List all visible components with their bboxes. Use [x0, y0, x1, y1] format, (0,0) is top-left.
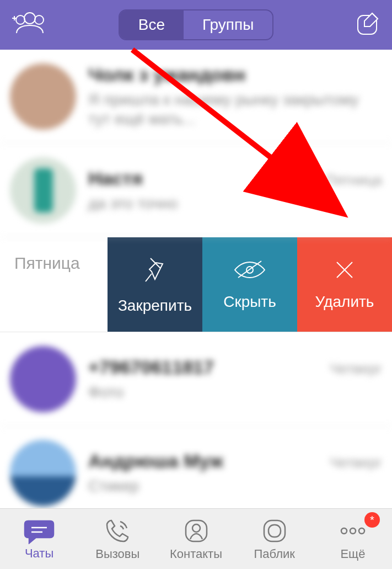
tab-calls[interactable]: Вызовы	[78, 509, 157, 569]
chat-preview: Стикер	[88, 476, 382, 496]
tab-chats[interactable]: Чаты	[0, 509, 78, 569]
tab-public[interactable]: Паблик	[235, 509, 314, 569]
avatar	[10, 157, 76, 224]
add-group-icon[interactable]	[11, 10, 49, 40]
close-icon	[334, 259, 356, 283]
hide-button[interactable]: Скрыть	[202, 237, 297, 332]
chat-name: Настя	[88, 168, 143, 189]
tab-label: Ещё	[340, 547, 365, 561]
svg-point-10	[350, 528, 356, 534]
avatar	[10, 346, 76, 412]
svg-point-2	[35, 15, 44, 24]
pin-icon	[142, 255, 168, 287]
svg-rect-7	[264, 520, 285, 541]
header-center: Все Группы	[61, 9, 331, 40]
swipe-remaining: Пятница	[0, 237, 108, 332]
chat-filter-segment: Все Группы	[119, 9, 274, 40]
chats-icon	[24, 518, 55, 544]
avatar	[10, 63, 76, 130]
compose-icon[interactable]	[356, 11, 381, 39]
tab-label: Паблик	[254, 547, 295, 561]
chat-name: Андрюша Муж	[88, 450, 223, 472]
svg-rect-8	[269, 525, 281, 537]
pin-button[interactable]: Закрепить	[108, 237, 202, 332]
chat-row[interactable]: +79670611817 Четверг Фото	[0, 332, 392, 426]
svg-point-1	[16, 15, 25, 24]
tab-label: Вызовы	[95, 547, 139, 561]
avatar	[10, 440, 76, 506]
header-left	[11, 10, 61, 40]
svg-rect-5	[186, 520, 207, 541]
hide-label: Скрыть	[223, 293, 276, 311]
delete-button[interactable]: Удалить	[297, 237, 392, 332]
svg-point-11	[359, 528, 364, 534]
chat-list[interactable]: Чолк з ужандовн Я пришла к нашему рынку …	[0, 50, 392, 520]
chat-time: Пятница	[14, 254, 80, 273]
more-icon	[337, 517, 368, 545]
chat-preview: Фото	[88, 382, 382, 402]
header-right	[331, 11, 381, 39]
tab-more[interactable]: Ещё *	[314, 509, 392, 569]
chat-time: Четверг	[330, 454, 382, 471]
notification-badge: *	[364, 512, 380, 528]
delete-label: Удалить	[315, 293, 374, 311]
eye-off-icon	[233, 259, 267, 283]
tab-label: Чаты	[25, 546, 53, 561]
chat-preview: Я пришла к нашему рынку закрытому тут ещ…	[88, 90, 382, 129]
chat-row[interactable]: Чолк з ужандовн Я пришла к нашему рынку …	[0, 50, 392, 143]
app-header: Все Группы	[0, 0, 392, 50]
chat-row[interactable]: Андрюша Муж Четверг Стикер	[0, 426, 392, 520]
chat-name: +79670611817	[88, 357, 214, 378]
contacts-icon	[182, 517, 210, 545]
chat-name: Чолк з ужандовн	[88, 64, 245, 86]
tab-contacts[interactable]: Контакты	[157, 509, 235, 569]
svg-point-0	[24, 13, 35, 24]
svg-point-6	[192, 524, 200, 532]
tab-label: Контакты	[170, 547, 222, 561]
chat-row-swiped: Пятница Закрепить Скрыть	[0, 237, 392, 332]
chat-time: Пятница	[325, 172, 382, 189]
pin-label: Закрепить	[118, 297, 192, 315]
segment-groups[interactable]: Группы	[184, 10, 272, 39]
chat-time: Четверг	[330, 360, 382, 377]
svg-point-9	[341, 528, 347, 534]
calls-icon	[104, 517, 131, 545]
public-icon	[261, 517, 288, 545]
chat-row[interactable]: Настя Пятница да это точно	[0, 143, 392, 237]
tab-bar: Чаты Вызовы Контакты Паблик Ещё *	[0, 508, 392, 569]
segment-all[interactable]: Все	[120, 10, 184, 39]
chat-preview: да это точно	[88, 194, 382, 213]
